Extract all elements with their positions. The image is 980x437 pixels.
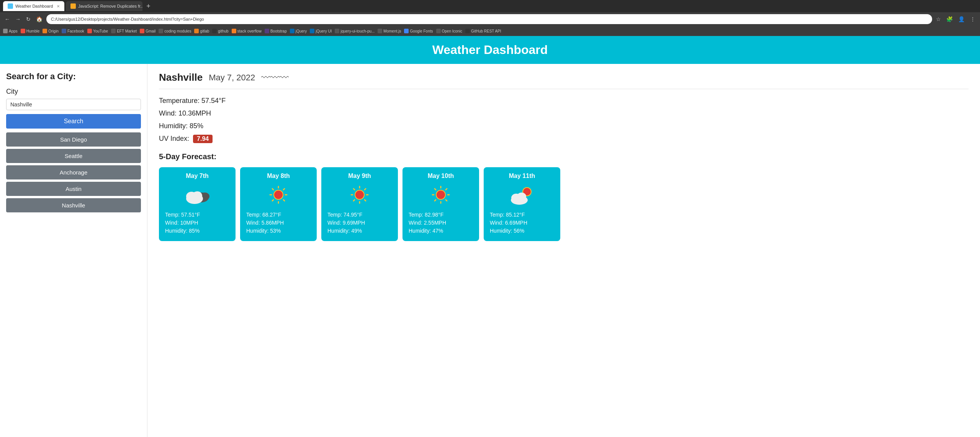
svg-line-11 (283, 189, 285, 190)
bookmark-gmail[interactable]: Gmail (140, 29, 155, 33)
app-title: Weather Dashboard (0, 43, 980, 57)
bookmark-openiconic[interactable]: Open Iconic (436, 29, 462, 33)
forecast-icon-4 (490, 183, 554, 208)
back-button[interactable]: ← (3, 15, 11, 23)
bookmark-bootstrap[interactable]: Bootstrap (265, 29, 287, 33)
reload-button[interactable]: ↻ (25, 15, 32, 23)
bookmark-humble-icon (21, 29, 25, 33)
uv-index-label: UV Index: (159, 135, 189, 142)
svg-line-30 (435, 189, 436, 190)
forecast-day-0: May 7th (165, 173, 229, 179)
bookmark-humble[interactable]: Humble (21, 29, 39, 33)
forecast-icon-2 (327, 183, 392, 208)
main-content: Nashville May 7, 2022 〰〰〰 Temperature: 5… (147, 64, 980, 437)
svg-line-10 (272, 189, 273, 190)
forecast-day-4: May 11th (490, 173, 554, 179)
bookmark-origin-icon (43, 29, 47, 33)
forecast-wind-3: Wind: 2.55MPH (409, 220, 473, 226)
sidebar: Search for a City: City Search San Diego… (0, 64, 147, 437)
menu-button[interactable]: ⋮ (969, 15, 977, 23)
extensions-button[interactable]: 🧩 (945, 15, 954, 23)
bookmark-so-icon (232, 29, 236, 33)
bookmark-jquery-icon (290, 29, 294, 33)
temperature-stat: Temperature: 57.54°F (159, 97, 969, 105)
bookmark-googlefonts-icon (404, 29, 409, 33)
forecast-temp-0: Temp: 57.51°F (165, 212, 229, 218)
new-tab-button[interactable]: + (146, 2, 151, 10)
svg-line-33 (446, 200, 447, 201)
tab-favicon (8, 3, 13, 9)
browser-tab-bar: Weather Dashboard ✕ JavaScript: Remove D… (0, 0, 980, 12)
svg-point-24 (355, 191, 364, 199)
bookmark-origin[interactable]: Origin (43, 29, 59, 33)
bookmark-eft-icon (111, 29, 116, 33)
svg-line-13 (283, 200, 285, 201)
url-text: C:/Users/gus12/Desktop/projects/Weather-… (51, 17, 204, 21)
city-button-sandiego[interactable]: San Diego (6, 132, 141, 147)
city-button-nashville[interactable]: Nashville (6, 198, 141, 212)
bookmark-stackoverflow[interactable]: stack overflow (232, 29, 262, 33)
uv-index-stat: UV Index: 7.94 (159, 135, 969, 143)
bookmark-githubapi-icon (465, 29, 470, 33)
browser-tab-active[interactable]: Weather Dashboard ✕ (3, 1, 64, 11)
bookmark-googlefonts[interactable]: Google Fonts (404, 29, 433, 33)
forecast-icon-3 (409, 183, 473, 208)
forecast-humidity-2: Humidity: 49% (327, 228, 392, 234)
city-button-anchorage[interactable]: Anchorage (6, 165, 141, 179)
bookmark-github-icon (212, 29, 217, 33)
url-bar[interactable]: C:/Users/gus12/Desktop/projects/Weather-… (46, 14, 932, 24)
svg-line-12 (272, 200, 273, 201)
forecast-day-1: May 8th (246, 173, 311, 179)
bookmark-moment[interactable]: Moment.js (378, 29, 401, 33)
tab-label: Weather Dashboard (15, 4, 53, 8)
bookmark-eft[interactable]: EFT Market (111, 29, 137, 33)
forecast-humidity-1: Humidity: 53% (246, 228, 311, 234)
bookmarks-bar: Apps Humble Origin Facebook YouTube EFT … (0, 26, 980, 36)
bookmark-coding-icon (159, 29, 163, 33)
bookmark-star[interactable]: ☆ (934, 15, 942, 23)
bookmark-jqueryui-icon (310, 29, 314, 33)
bookmark-youtube[interactable]: YouTube (87, 29, 108, 33)
app-header: Weather Dashboard (0, 36, 980, 64)
city-header: Nashville May 7, 2022 〰〰〰 (159, 72, 969, 89)
search-button[interactable]: Search (6, 114, 141, 129)
bookmark-apps[interactable]: Apps (3, 29, 18, 33)
city-button-austin[interactable]: Austin (6, 182, 141, 196)
bookmark-jqueryui[interactable]: jQuery UI (310, 29, 332, 33)
bookmark-openiconic-icon (436, 29, 441, 33)
city-input[interactable] (6, 99, 141, 110)
wind-stat: Wind: 10.36MPH (159, 109, 969, 117)
bookmark-moment-icon (378, 29, 382, 33)
bookmark-apps-icon (3, 29, 8, 33)
forecast-icon-1 (246, 183, 311, 208)
bookmark-jquerytouch[interactable]: jquery-ui-touch-pu... (335, 29, 375, 33)
home-button[interactable]: 🏠 (34, 15, 44, 23)
browser-tab-inactive[interactable]: JavaScript: Remove Duplicates fr... ✕ (66, 1, 142, 11)
bookmark-coding[interactable]: coding modules (159, 29, 191, 33)
forecast-icon-0 (165, 183, 229, 208)
forecast-wind-2: Wind: 9.69MPH (327, 220, 392, 226)
bookmark-githubapi[interactable]: GitHub REST API (465, 29, 501, 33)
forecast-title: 5-Day Forecast: (159, 152, 969, 161)
profile-button[interactable]: 👤 (957, 15, 966, 23)
svg-line-23 (365, 200, 366, 201)
city-button-seattle[interactable]: Seattle (6, 149, 141, 163)
svg-line-22 (353, 200, 355, 201)
bookmark-facebook[interactable]: Facebook (62, 29, 84, 33)
forecast-temp-2: Temp: 74.95°F (327, 212, 392, 218)
svg-point-34 (437, 191, 445, 199)
svg-line-21 (365, 189, 366, 190)
forecast-temp-4: Temp: 85.12°F (490, 212, 554, 218)
app-body: Search for a City: City Search San Diego… (0, 64, 980, 437)
weather-stats: Temperature: 57.54°F Wind: 10.36MPH Humi… (159, 97, 969, 143)
bookmark-gitlab[interactable]: gitlab (194, 29, 209, 33)
bookmark-gitlab-icon (194, 29, 199, 33)
forecast-card-0: May 7th Temp: 57.51°F Wind: 10MPH (159, 167, 236, 241)
tab-close-icon[interactable]: ✕ (57, 4, 60, 8)
forward-button[interactable]: → (14, 15, 22, 23)
bookmark-jquery[interactable]: jQuery (290, 29, 307, 33)
forecast-wind-4: Wind: 6.69MPH (490, 220, 554, 226)
svg-point-4 (192, 191, 202, 200)
bookmark-github[interactable]: github (212, 29, 228, 33)
svg-point-14 (274, 191, 283, 199)
